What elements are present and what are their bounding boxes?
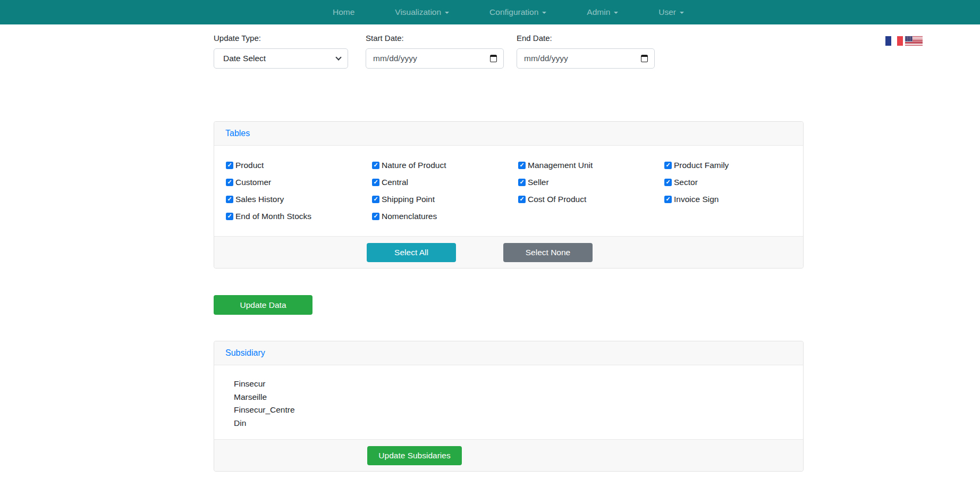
end-date-input[interactable]: mm/dd/yyyy xyxy=(517,48,655,69)
calendar-icon[interactable] xyxy=(490,55,497,62)
us-flag-icon[interactable] xyxy=(905,36,923,46)
subsidiary-list-item: Marseille xyxy=(234,391,803,404)
update-subsidiaries-button[interactable]: Update Subsidaries xyxy=(367,446,462,465)
checkbox-label: Sales History xyxy=(235,195,284,204)
checkbox-checked-icon[interactable] xyxy=(226,213,233,220)
nav-item-label: Home xyxy=(333,7,354,17)
tables-checkbox-grid: Product Nature of Product Management Uni… xyxy=(214,146,803,236)
table-checkbox-product-family[interactable]: Product Family xyxy=(664,160,803,170)
language-switcher xyxy=(885,36,923,46)
table-checkbox-shipping-point[interactable]: Shipping Point xyxy=(372,194,518,204)
checkbox-label: Product xyxy=(235,161,264,170)
checkbox-checked-icon[interactable] xyxy=(226,179,233,186)
update-type-group: Update Type: Date Select xyxy=(214,33,348,69)
start-date-placeholder: mm/dd/yyyy xyxy=(373,54,417,63)
caret-down-icon xyxy=(680,12,684,14)
subsidiary-card-header: Subsidiary xyxy=(214,341,803,365)
nav-item-home[interactable]: Home xyxy=(333,7,354,17)
nav-item-user[interactable]: User xyxy=(658,7,684,17)
start-date-group: Start Date: mm/dd/yyyy xyxy=(366,33,504,69)
table-checkbox-invoice-sign[interactable]: Invoice Sign xyxy=(664,194,803,204)
french-flag-icon[interactable] xyxy=(885,36,903,46)
tables-card-footer: Select All Select None xyxy=(214,236,803,268)
checkbox-checked-icon[interactable] xyxy=(518,196,526,203)
table-checkbox-sales-history[interactable]: Sales History xyxy=(226,194,372,204)
table-checkbox-sector[interactable]: Sector xyxy=(664,177,803,187)
end-date-label: End Date: xyxy=(517,33,655,43)
caret-down-icon xyxy=(614,12,618,14)
caret-down-icon xyxy=(445,12,449,14)
nav-item-visualization[interactable]: Visualization xyxy=(395,7,449,17)
checkbox-checked-icon[interactable] xyxy=(372,179,379,186)
subsidiary-list: Finsecur Marseille Finsecur_Centre Din xyxy=(214,365,803,439)
end-date-placeholder: mm/dd/yyyy xyxy=(524,54,568,63)
table-checkbox-nature-of-product[interactable]: Nature of Product xyxy=(372,160,518,170)
checkbox-label: End of Month Stocks xyxy=(235,212,311,221)
checkbox-checked-icon[interactable] xyxy=(372,196,379,203)
checkbox-label: Central xyxy=(382,178,408,187)
page: Home Visualization Configuration Admin U… xyxy=(0,0,980,478)
checkbox-label: Cost Of Product xyxy=(528,195,586,204)
checkbox-checked-icon[interactable] xyxy=(226,196,233,203)
checkbox-checked-icon[interactable] xyxy=(518,179,526,186)
checkbox-label: Product Family xyxy=(674,161,729,170)
subsidiary-card: Subsidiary Finsecur Marseille Finsecur_C… xyxy=(214,341,804,472)
update-type-select[interactable]: Date Select xyxy=(214,48,348,69)
chevron-down-icon xyxy=(335,54,341,60)
checkbox-checked-icon[interactable] xyxy=(664,179,672,186)
nav-item-label: User xyxy=(658,7,676,17)
checkbox-checked-icon[interactable] xyxy=(226,162,233,169)
select-all-button[interactable]: Select All xyxy=(367,243,456,262)
checkbox-label: Shipping Point xyxy=(382,195,435,204)
subsidiary-list-item: Finsecur_Centre xyxy=(234,404,803,417)
select-none-button[interactable]: Select None xyxy=(503,243,593,262)
calendar-icon[interactable] xyxy=(641,55,648,62)
checkbox-label: Customer xyxy=(235,178,271,187)
table-checkbox-nomenclatures[interactable]: Nomenclatures xyxy=(372,211,518,221)
nav-item-configuration[interactable]: Configuration xyxy=(489,7,546,17)
filter-row: Update Type: Date Select Start Date: mm/… xyxy=(214,33,804,69)
nav-item-label: Admin xyxy=(587,7,610,17)
subsidiary-list-item: Finsecur xyxy=(234,378,803,391)
nav-item-admin[interactable]: Admin xyxy=(587,7,618,17)
checkbox-label: Nature of Product xyxy=(382,161,446,170)
table-checkbox-product[interactable]: Product xyxy=(226,160,372,170)
checkbox-checked-icon[interactable] xyxy=(372,213,379,220)
checkbox-checked-icon[interactable] xyxy=(372,162,379,169)
subsidiary-list-item: Din xyxy=(234,417,803,430)
checkbox-label: Seller xyxy=(528,178,549,187)
checkbox-label: Management Unit xyxy=(528,161,593,170)
update-type-selected-value: Date Select xyxy=(223,54,266,63)
checkbox-label: Invoice Sign xyxy=(674,195,719,204)
table-checkbox-seller[interactable]: Seller xyxy=(518,177,664,187)
table-checkbox-end-of-month-stocks[interactable]: End of Month Stocks xyxy=(226,211,372,221)
main-content: Update Type: Date Select Start Date: mm/… xyxy=(214,24,804,472)
end-date-group: End Date: mm/dd/yyyy xyxy=(517,33,655,69)
update-data-button[interactable]: Update Data xyxy=(214,295,312,315)
subsidiary-card-title: Subsidiary xyxy=(225,348,265,357)
table-checkbox-central[interactable]: Central xyxy=(372,177,518,187)
checkbox-checked-icon[interactable] xyxy=(664,162,672,169)
tables-card-title: Tables xyxy=(225,129,250,138)
table-checkbox-customer[interactable]: Customer xyxy=(226,177,372,187)
subsidiary-card-footer: Update Subsidaries xyxy=(214,439,803,471)
tables-card-header: Tables xyxy=(214,122,803,146)
checkbox-label: Sector xyxy=(674,178,698,187)
update-type-label: Update Type: xyxy=(214,33,348,43)
checkbox-checked-icon[interactable] xyxy=(518,162,526,169)
checkbox-checked-icon[interactable] xyxy=(664,196,672,203)
checkbox-label: Nomenclatures xyxy=(382,212,437,221)
tables-card: Tables Product Nature of Product Managem… xyxy=(214,121,804,269)
table-checkbox-management-unit[interactable]: Management Unit xyxy=(518,160,664,170)
top-navbar: Home Visualization Configuration Admin U… xyxy=(0,0,980,24)
start-date-label: Start Date: xyxy=(366,33,504,43)
nav-item-label: Configuration xyxy=(489,7,538,17)
caret-down-icon xyxy=(542,12,546,14)
start-date-input[interactable]: mm/dd/yyyy xyxy=(366,48,504,69)
nav-item-label: Visualization xyxy=(395,7,441,17)
table-checkbox-cost-of-product[interactable]: Cost Of Product xyxy=(518,194,664,204)
